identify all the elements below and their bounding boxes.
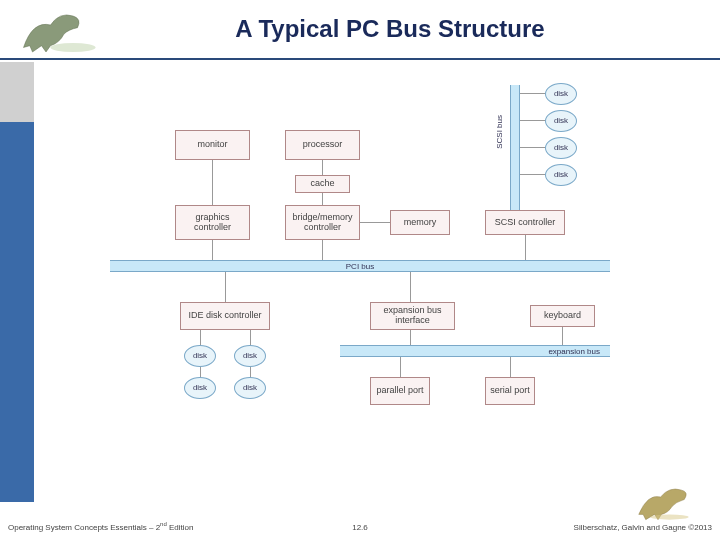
slide-number: 12.6 [352,523,368,532]
wire [322,240,323,260]
scsi-bus-label: SCSI bus [495,115,504,149]
wire [250,367,251,377]
keyboard-box: keyboard [530,305,595,327]
wire [525,235,526,260]
slide-header: A Typical PC Bus Structure [0,0,720,60]
wire [322,160,323,175]
sidebar-gray [0,62,34,122]
bridge-memory-box: bridge/memory controller [285,205,360,240]
sidebar-decoration [0,62,34,502]
scsi-disk: disk [545,137,577,159]
footer-left: Operating System Concepts Essentials – 2… [8,521,193,532]
expansion-interface-box: expansion bus interface [370,302,455,330]
wire [360,222,390,223]
edition-ordinal: nd [160,521,167,527]
ide-controller-box: IDE disk controller [180,302,270,330]
wire [225,272,226,302]
scsi-disk: disk [545,83,577,105]
processor-box: processor [285,130,360,160]
wire [400,357,401,377]
expansion-bus: expansion bus [340,345,610,357]
pci-bus: PCI bus [110,260,610,272]
scsi-bus [510,85,520,215]
bus-diagram: SCSI bus disk disk disk disk monitor pro… [90,85,670,485]
wire [510,357,511,377]
slide-title: A Typical PC Bus Structure [0,0,720,43]
wire [520,93,545,94]
wire [212,240,213,260]
graphics-controller-box: graphics controller [175,205,250,240]
ide-disk: disk [234,377,266,399]
wire [410,272,411,302]
wire [520,120,545,121]
monitor-box: monitor [175,130,250,160]
book-title: Operating System Concepts Essentials – 2 [8,523,160,532]
ide-disk: disk [234,345,266,367]
parallel-port-box: parallel port [370,377,430,405]
slide-footer: Operating System Concepts Essentials – 2… [0,515,720,535]
ide-disk: disk [184,377,216,399]
memory-box: memory [390,210,450,235]
ide-disk: disk [184,345,216,367]
wire [212,160,213,205]
footer-right: Silberschatz, Galvin and Gagne ©2013 [574,523,712,532]
wire [200,330,201,345]
dinosaur-logo-icon [10,2,100,57]
wire [250,330,251,345]
scsi-disk: disk [545,110,577,132]
wire [520,147,545,148]
wire [520,174,545,175]
scsi-controller-box: SCSI controller [485,210,565,235]
copyright-year: 2013 [694,523,712,532]
wire [200,367,201,377]
wire [410,330,411,345]
wire [322,193,323,205]
cache-box: cache [295,175,350,193]
svg-point-0 [51,43,96,52]
serial-port-box: serial port [485,377,535,405]
scsi-disk: disk [545,164,577,186]
sidebar-blue [0,122,34,502]
edition-word: Edition [167,523,194,532]
authors: Silberschatz, Galvin and Gagne [574,523,689,532]
wire [562,327,563,345]
